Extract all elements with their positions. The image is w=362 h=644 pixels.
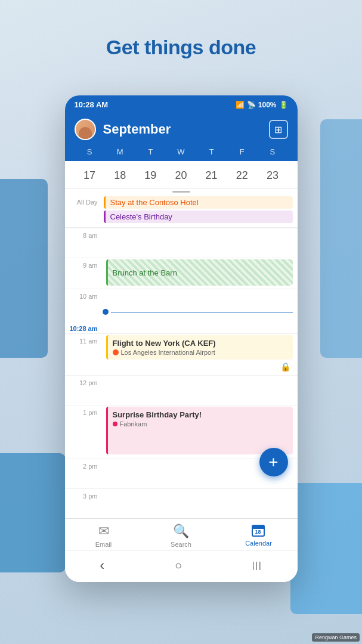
date-row: 17 18 19 20 21 22 23: [65, 161, 298, 188]
nav-search[interactable]: 🔍 Search: [143, 524, 220, 548]
calendar-view-toggle[interactable]: ⊞: [269, 120, 288, 139]
event-party[interactable]: Surprise Birthday Party! Fabrikam: [106, 407, 293, 454]
time-label-9am: 9 am: [65, 258, 104, 289]
battery-label: 100%: [258, 101, 277, 109]
event-area-9am: Brunch at the Barn: [104, 258, 298, 289]
recents-button[interactable]: |||: [252, 561, 262, 570]
day-label-w: W: [166, 147, 196, 156]
date-22[interactable]: 22: [227, 167, 257, 184]
event-flight[interactable]: Flight to New York (CA KEF) Los Angeles …: [106, 335, 293, 360]
day-label-s2: S: [257, 147, 287, 156]
time-label-12pm: 12 pm: [65, 376, 104, 405]
location-pin-icon: [113, 349, 119, 355]
nav-email-label: Email: [95, 541, 112, 548]
email-icon: ✉: [98, 524, 109, 539]
timeslot-9am: 9 am Brunch at the Barn: [65, 258, 298, 289]
allday-events: Stay at the Contoso Hotel Celeste's Birt…: [104, 196, 298, 225]
allday-label: All Day: [65, 196, 104, 225]
cal-header-left: September: [75, 119, 171, 140]
avatar-figure: [79, 127, 92, 139]
time-label-11am: 11 am: [65, 334, 104, 375]
grid-icon: ⊞: [274, 124, 282, 135]
calendar-month: September: [103, 122, 171, 137]
time-label-8am: 8 am: [65, 228, 104, 258]
bottom-nav: ✉ Email 🔍 Search 18 Calendar: [65, 518, 298, 550]
nav-calendar[interactable]: 18 Calendar: [220, 524, 298, 548]
watermark: Rengwan Games: [312, 633, 360, 642]
current-time-row: 10:28 am: [65, 321, 298, 333]
time-label-1pm: 1 pm: [65, 405, 104, 459]
date-23[interactable]: 23: [257, 167, 287, 184]
event-area-3pm: [104, 489, 298, 518]
calendar-nav-icon: 18: [252, 524, 266, 538]
lock-icon: 🔒: [280, 362, 290, 371]
battery-icon: 🔋: [279, 101, 288, 109]
date-18[interactable]: 18: [105, 167, 135, 184]
time-label-10am: 10 am: [65, 289, 104, 321]
date-17[interactable]: 17: [75, 167, 105, 184]
date-21[interactable]: 21: [196, 167, 227, 184]
nav-search-label: Search: [171, 541, 191, 548]
bg-decor-right: [320, 119, 362, 358]
event-birthday-allday[interactable]: Celeste's Birthday: [104, 210, 293, 223]
day-label-t1: T: [135, 147, 166, 156]
current-time-line: [111, 312, 293, 312]
bg-decor-bottom-left: [0, 453, 66, 572]
time-label-2pm: 2 pm: [65, 459, 104, 488]
event-flight-location: Los Angeles International Airport: [113, 349, 288, 356]
event-area-10am: [104, 289, 298, 321]
signal-icon: 📡: [247, 101, 256, 109]
cal-icon-date: 18: [253, 528, 264, 535]
event-area-11am: Flight to New York (CA KEF) Los Angeles …: [104, 334, 298, 375]
home-button[interactable]: ○: [175, 559, 182, 572]
event-flight-loc-text: Los Angeles International Airport: [121, 349, 215, 356]
event-flight-title: Flight to New York (CA KEF): [113, 339, 288, 348]
day-label-t2: T: [196, 147, 227, 156]
nav-calendar-label: Calendar: [245, 540, 272, 547]
search-icon: 🔍: [173, 524, 189, 539]
avatar[interactable]: [75, 119, 96, 140]
event-party-title: Surprise Birthday Party!: [113, 410, 288, 419]
timeslot-10am: 10 am: [65, 289, 298, 321]
event-party-loc-text: Fabrikam: [120, 420, 147, 428]
wifi-icon: 📶: [236, 101, 245, 109]
timeslot-8am: 8 am: [65, 228, 298, 258]
day-label-s1: S: [75, 147, 105, 156]
event-hotel[interactable]: Stay at the Contoso Hotel: [104, 196, 293, 209]
avatar-image: [76, 120, 95, 139]
hero-title: Get things done: [0, 36, 362, 59]
current-time-label: 10:28 am: [65, 321, 104, 332]
event-area-8am: [104, 228, 298, 258]
date-19[interactable]: 19: [135, 167, 166, 184]
timeslot-3pm: 3 pm: [65, 488, 298, 518]
scroll-dot: [172, 191, 190, 193]
status-time: 10:28 AM: [75, 100, 109, 109]
event-birthday-title: Celeste's Birthday: [110, 212, 172, 221]
nav-email[interactable]: ✉ Email: [65, 524, 143, 548]
time-label-3pm: 3 pm: [65, 489, 104, 518]
bg-decor-bottom-right: [290, 483, 362, 614]
scroll-indicator: [65, 188, 298, 194]
event-area-12pm: [104, 376, 298, 405]
event-hotel-title: Stay at the Contoso Hotel: [110, 198, 199, 207]
cal-icon-box: 18: [252, 525, 265, 537]
timeslot-11am: 11 am Flight to New York (CA KEF) Los An…: [65, 333, 298, 375]
calendar-header: September ⊞: [65, 113, 298, 147]
event-party-location: Fabrikam: [113, 420, 288, 428]
date-20[interactable]: 20: [166, 167, 196, 184]
current-time-dot: [103, 309, 109, 315]
day-headers: S M T W T F S: [65, 147, 298, 161]
day-label-f: F: [227, 147, 257, 156]
event-brunch[interactable]: Brunch at the Barn: [106, 259, 293, 286]
bg-decor-left: [0, 179, 48, 358]
status-bar: 10:28 AM 📶 📡 100% 🔋: [65, 95, 298, 113]
event-brunch-title: Brunch at the Barn: [113, 268, 177, 277]
phone-mockup: 10:28 AM 📶 📡 100% 🔋 September ⊞ S M T W …: [65, 95, 298, 582]
day-label-m: M: [105, 147, 135, 156]
back-button[interactable]: ‹: [100, 557, 104, 574]
party-location-icon: [113, 422, 117, 426]
system-nav: ‹ ○ |||: [65, 550, 298, 582]
status-right: 📶 📡 100% 🔋: [236, 101, 288, 109]
allday-row: All Day Stay at the Contoso Hotel Celest…: [65, 194, 298, 228]
fab-add-button[interactable]: +: [259, 448, 288, 476]
